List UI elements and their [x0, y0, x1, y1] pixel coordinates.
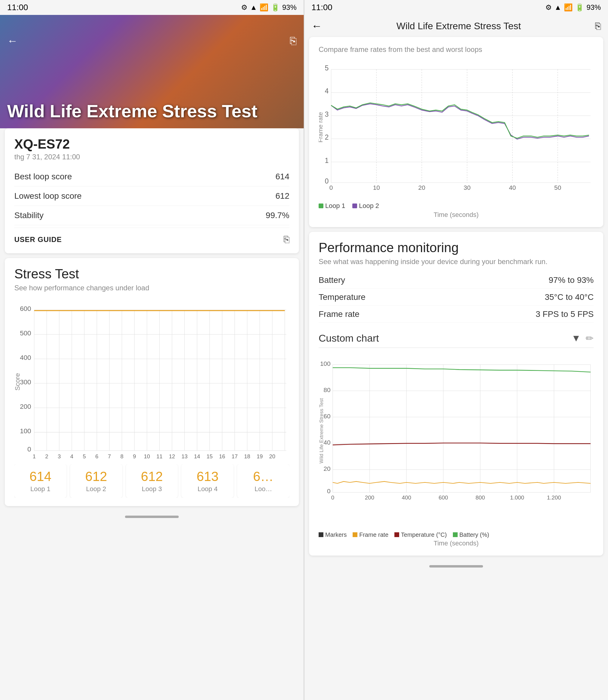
- svg-text:12: 12: [169, 453, 175, 458]
- svg-text:15: 15: [206, 453, 213, 458]
- wifi-icon-right: ▲: [554, 3, 562, 12]
- svg-text:11: 11: [156, 453, 163, 458]
- battery-legend-label: Battery (%): [459, 531, 489, 538]
- svg-text:9: 9: [133, 453, 136, 458]
- loop-1-score: 614: [18, 469, 63, 484]
- stress-subtitle: See how performance changes under load: [14, 284, 289, 292]
- frame-rate-value: 3 FPS to 5 FPS: [535, 309, 594, 319]
- legend-loop2-label: Loop 2: [359, 202, 379, 210]
- back-button-left[interactable]: ←: [7, 35, 18, 47]
- hero-image-left: ← ⎘ Wild Life Extreme Stress Test: [0, 15, 304, 128]
- svg-text:20: 20: [269, 453, 276, 458]
- svg-text:1.200: 1.200: [547, 494, 561, 501]
- svg-text:19: 19: [256, 453, 263, 458]
- svg-text:10: 10: [373, 184, 380, 191]
- loop-5-label: Loo…: [241, 485, 286, 493]
- loop-2-label: Loop 2: [74, 485, 119, 493]
- loop-3-score: 612: [130, 469, 174, 484]
- custom-chart-x-label: Time (seconds): [319, 540, 594, 547]
- svg-text:0: 0: [331, 494, 334, 501]
- settings-icon-right: ⚙: [545, 3, 552, 12]
- battery-pct-left: 93%: [282, 3, 297, 12]
- user-guide-row: USER GUIDE ⎘: [14, 228, 289, 245]
- svg-text:18: 18: [244, 453, 250, 458]
- status-time-left: 11:00: [7, 3, 28, 12]
- frame-rate-label: Frame rate: [319, 309, 360, 319]
- markers-color: [319, 532, 323, 537]
- share-button-right[interactable]: ⎘: [595, 21, 601, 32]
- svg-text:3: 3: [325, 110, 329, 118]
- loop-scores: 614 Loop 1 612 Loop 2 612 Loop 3 613 Loo…: [14, 464, 289, 498]
- battery-color: [453, 532, 458, 537]
- hero-title-left: Wild Life Extreme Stress Test: [7, 101, 258, 121]
- perf-card: Performance monitoring See what was happ…: [309, 232, 603, 555]
- user-guide-label[interactable]: USER GUIDE: [14, 235, 62, 244]
- lowest-loop-label: Lowest loop score: [14, 191, 82, 201]
- right-panel: 11:00 ⚙ ▲ 📶 🔋 93% ← Wild Life Extreme St…: [304, 0, 608, 700]
- svg-text:40: 40: [324, 439, 330, 446]
- svg-text:Frame rate: Frame rate: [319, 112, 324, 142]
- bottom-bar-left: [0, 511, 304, 523]
- battery-row: Battery 97% to 93%: [319, 272, 594, 289]
- frame-rate-svg: 5 4 3 2 1 0 Frame rate: [319, 58, 594, 196]
- stability-row: Stability 99.7%: [14, 206, 289, 225]
- svg-text:400: 400: [402, 494, 411, 501]
- stress-test-card: Stress Test See how performance changes …: [5, 258, 299, 506]
- dropdown-icon[interactable]: ▼: [571, 333, 581, 344]
- legend-frame-rate: Frame rate: [353, 531, 388, 538]
- svg-text:10: 10: [144, 453, 150, 458]
- nav-bar-left: ← ⎘: [0, 30, 304, 52]
- back-button-right[interactable]: ←: [311, 20, 322, 32]
- temperature-row: Temperature 35°C to 40°C: [319, 289, 594, 306]
- home-indicator-left: [125, 516, 179, 518]
- temperature-label: Temperature: [319, 292, 365, 302]
- right-nav-title: Wild Life Extreme Stress Test: [397, 21, 521, 32]
- svg-text:0: 0: [329, 184, 333, 191]
- loop-score-1: 614 Loop 1: [14, 464, 66, 498]
- stress-chart-svg: 600 500 400 300 200 100 0 Score: [14, 299, 289, 458]
- temperature-legend-label: Temperature (°C): [401, 531, 447, 538]
- legend-loop2: Loop 2: [352, 202, 379, 210]
- stability-label: Stability: [14, 211, 43, 220]
- temperature-value: 35°C to 40°C: [545, 292, 594, 302]
- svg-text:16: 16: [219, 453, 225, 458]
- loop-score-3: 612 Loop 3: [126, 464, 178, 498]
- svg-text:3: 3: [58, 453, 60, 458]
- battery-icon-right: 🔋: [575, 3, 584, 12]
- status-icons-left: ⚙ ▲ 📶 🔋 93%: [241, 3, 297, 12]
- battery-icon-left: 🔋: [271, 3, 280, 12]
- wifi-icon-left: ▲: [250, 3, 257, 12]
- svg-text:200: 200: [365, 494, 374, 501]
- share-button-left[interactable]: ⎘: [290, 35, 297, 47]
- battery-pct-right: 93%: [587, 3, 601, 12]
- custom-chart-row: Custom chart ▼ ✏: [319, 329, 594, 348]
- frame-chart-x-label: Time (seconds): [319, 211, 594, 219]
- legend-loop1-label: Loop 1: [325, 202, 345, 210]
- frame-rate-legend-label: Frame rate: [359, 531, 388, 538]
- legend-loop1: Loop 1: [319, 202, 345, 210]
- custom-chart-area: 100 80 60 40 20 0 Wild Life Extreme Stre…: [319, 353, 594, 547]
- frame-rate-chart: 5 4 3 2 1 0 Frame rate: [319, 58, 594, 197]
- svg-text:200: 200: [20, 403, 31, 410]
- svg-text:14: 14: [194, 453, 200, 458]
- custom-chart-icons: ▼ ✏: [571, 333, 594, 344]
- svg-text:4: 4: [70, 453, 73, 458]
- svg-text:6: 6: [95, 453, 98, 458]
- status-bar-right: 11:00 ⚙ ▲ 📶 🔋 93%: [304, 0, 608, 15]
- loop-score-2: 612 Loop 2: [70, 464, 122, 498]
- signal-icon-right: 📶: [564, 3, 573, 12]
- stress-title: Stress Test: [14, 266, 289, 281]
- svg-text:Wild Life Extreme Stress Test: Wild Life Extreme Stress Test: [319, 398, 324, 463]
- svg-text:600: 600: [20, 305, 31, 313]
- custom-chart-label: Custom chart: [319, 333, 379, 344]
- svg-text:50: 50: [554, 184, 561, 191]
- svg-text:5: 5: [83, 453, 86, 458]
- frame-rate-color: [353, 532, 357, 537]
- svg-text:5: 5: [325, 64, 329, 72]
- custom-chart-svg: 100 80 60 40 20 0 Wild Life Extreme Stre…: [319, 353, 594, 528]
- home-indicator-right: [429, 565, 483, 568]
- loop-score-5: 6… Loo…: [237, 464, 289, 498]
- signal-icon-left: 📶: [260, 3, 268, 12]
- share-icon-info[interactable]: ⎘: [284, 234, 289, 245]
- edit-icon[interactable]: ✏: [586, 333, 594, 344]
